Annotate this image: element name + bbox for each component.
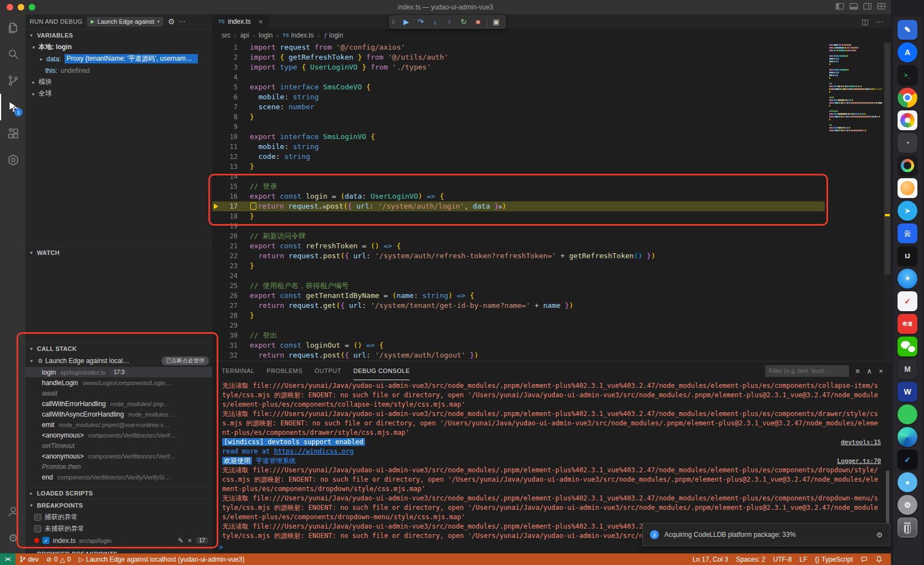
start-debug-icon[interactable]: ▶ [91, 19, 95, 24]
notification-toast[interactable]: i Acquiring CodeLLDB platform package: 3… [642, 523, 890, 546]
debug-session-row[interactable]: ▾ ⚙ Launch Edge against localhost… 已在断点处… [25, 355, 212, 367]
code-line[interactable]: 30// 登出 [212, 331, 825, 340]
source-link[interactable]: devtools:15 [841, 438, 881, 447]
dock-icon-intellij-idea[interactable]: IJ [898, 246, 917, 266]
dock-icon-green-app[interactable] [898, 404, 917, 424]
edit-breakpoint-icon[interactable]: ✎ [178, 537, 184, 545]
stack-frame[interactable]: <anonymous>components/Verifition/src/Ver… [25, 451, 212, 461]
editor-scrollbar[interactable] [884, 42, 891, 361]
code-line[interactable]: 15// 登录 [212, 182, 825, 191]
stack-frame[interactable]: setTimeout [25, 440, 212, 451]
filter-icon[interactable]: ≡ [856, 367, 860, 375]
activity-settings[interactable]: ⚙ [0, 525, 25, 551]
dock-icon-pinwheel-app[interactable] [898, 110, 917, 130]
activity-extensions[interactable] [0, 120, 25, 147]
dock-icon-cloud-app[interactable]: 云 [898, 223, 917, 243]
tab-close-icon[interactable]: × [259, 18, 263, 26]
status-git-branch[interactable]: dev [15, 553, 42, 565]
status-remote-indicator[interactable]: >< [0, 553, 15, 565]
tab-index-ts[interactable]: TS index.ts × [212, 14, 268, 29]
stack-frame[interactable]: handleLoginviews/Login/components/Login… [25, 377, 212, 388]
launch-config-dropdown[interactable]: ▶ Launch Edge against ▾ [87, 17, 164, 27]
status-problems[interactable]: ⊘0△0 [42, 553, 75, 565]
breakpoints-section-header[interactable]: ▾ BREAKPOINTS [25, 499, 212, 511]
status-indentation[interactable]: Spaces: 2 [732, 553, 769, 565]
code-line[interactable]: 14 [212, 172, 825, 182]
source-link[interactable]: Logger.ts:70 [837, 456, 881, 466]
dock-icon-checklist-app[interactable]: ✓ [898, 291, 917, 311]
status-notifications-bell[interactable] [872, 553, 887, 565]
drag-handle-icon[interactable]: ⠿ [391, 19, 399, 25]
breadcrumb-item[interactable]: api [240, 31, 249, 39]
code-line[interactable]: 27 return request.get({ url: '/system/te… [212, 301, 825, 311]
code-line[interactable]: 29 [212, 321, 825, 331]
minimap[interactable] [829, 44, 882, 132]
breadcrumb-item[interactable]: ƒlogin [324, 31, 343, 39]
toggle-panel-icon[interactable] [850, 3, 858, 10]
variables-scope-row[interactable]: ▾本地: login [25, 41, 212, 53]
status-feedback[interactable] [857, 553, 872, 565]
split-editor-icon[interactable]: ◫ [862, 18, 868, 26]
code-line[interactable]: 3import type { UserLoginVO } from './typ… [212, 62, 825, 72]
breadcrumb-item[interactable]: src [222, 31, 230, 39]
activity-explorer[interactable] [0, 14, 25, 41]
dock-icon-w-app[interactable]: W [898, 382, 917, 402]
code-line[interactable]: 21export const refreshToken = () => { [212, 241, 825, 251]
panel-tab-problems[interactable]: PROBLEMS [267, 361, 303, 380]
panel-tab-output[interactable]: OUTPUT [315, 361, 341, 380]
status-language-mode[interactable]: {}TypeScript [811, 553, 857, 565]
loaded-scripts-section-header[interactable]: ▸ LOADED SCRIPTS [25, 487, 212, 499]
dock-icon-youdao-dict[interactable]: 有道 [898, 314, 917, 334]
breakpoint-checkbox[interactable] [34, 514, 41, 521]
browser-breakpoints-section-header[interactable]: ▸ BROWSER BREAKPOINTS [25, 548, 212, 553]
code-line[interactable]: 4 [212, 72, 825, 82]
code-line[interactable]: 22 return request.post({ url: '/system/a… [212, 251, 825, 261]
notification-settings-gear-icon[interactable]: ⚙ [876, 531, 883, 539]
open-devtools-icon[interactable]: ▣ [489, 16, 503, 28]
code-line[interactable]: 1import request from '@/config/axios' [212, 42, 825, 52]
toggle-primary-sidebar-icon[interactable] [836, 3, 844, 10]
views-more-icon[interactable]: ⋯ [179, 18, 186, 25]
code-line[interactable]: 17return request.●post({ url: '/system/a… [212, 201, 825, 211]
dock-icon-terminal-app[interactable]: >_ [898, 65, 917, 85]
activity-search[interactable] [0, 41, 25, 67]
status-debug-target[interactable]: ▷Launch Edge against localhost (yudao-ui… [75, 553, 249, 565]
breadcrumb-item[interactable]: TSindex.ts [282, 31, 314, 39]
step-into-icon[interactable]: ↓ [428, 16, 442, 28]
dock-icon-orange-app[interactable] [898, 178, 917, 198]
step-over-icon[interactable]: ↷ [413, 16, 428, 28]
dock-icon-colorful-ring-app[interactable] [898, 156, 917, 175]
status-eol[interactable]: LF [796, 553, 811, 565]
variables-section-header[interactable]: ▾ VARIABLES [25, 29, 212, 41]
dock-icon-wechat[interactable] [898, 337, 917, 356]
toggle-secondary-sidebar-icon[interactable] [863, 3, 872, 10]
variables-group-row[interactable]: ▸全球 [25, 88, 212, 99]
variable-row[interactable]: ▸data:Proxy {tenantName: '芋道源码', usernam… [25, 53, 212, 65]
panel-tab-debug-console[interactable]: DEBUG CONSOLE [353, 361, 410, 380]
dock-icon-settings-app[interactable]: ⚙ [898, 495, 917, 515]
customize-layout-icon[interactable] [877, 3, 885, 10]
dock-icon-edge[interactable] [898, 427, 917, 447]
console-url-link[interactable]: https://windicss.org [274, 447, 354, 455]
breakpoint-row[interactable]: ✓index.tssrc/api/login✎×17 [25, 535, 212, 546]
breakpoint-row[interactable]: 捕获的异常 [25, 511, 212, 523]
editor-more-actions-icon[interactable]: ⋯ [876, 18, 883, 26]
code-line[interactable]: 2import { getRefreshToken } from '@/util… [212, 52, 825, 62]
code-line[interactable]: 12 code: string [212, 152, 825, 162]
code-line[interactable]: 32 return request.post({ url: '/system/a… [212, 350, 825, 360]
activity-connector[interactable] [0, 147, 25, 173]
stack-frame[interactable]: callWithAsyncErrorHandlingnode_modules… [25, 409, 212, 419]
status-cursor-position[interactable]: Ln 17, Col 3 [689, 553, 732, 565]
panel-tab-terminal[interactable]: TERMINAL [222, 361, 255, 380]
dock-icon-code-app[interactable]: ✓ [898, 450, 917, 470]
code-editor[interactable]: 1import request from '@/config/axios'2im… [212, 42, 891, 361]
console-prompt[interactable]: > [219, 543, 223, 551]
dock-icon-screenshot-app[interactable]: ◔ [898, 133, 917, 153]
code-line[interactable]: 24 [212, 271, 825, 281]
code-line[interactable]: 5export interface SmsCodeVO { [212, 82, 825, 92]
watch-section-header[interactable]: ▾ WATCH [25, 247, 212, 259]
dock-icon-m-app[interactable]: M [898, 359, 917, 379]
code-line[interactable]: 11 mobile: string [212, 142, 825, 152]
dock-icon-messenger-app[interactable]: ➤ [898, 201, 917, 221]
code-line[interactable]: 9 [212, 122, 825, 132]
